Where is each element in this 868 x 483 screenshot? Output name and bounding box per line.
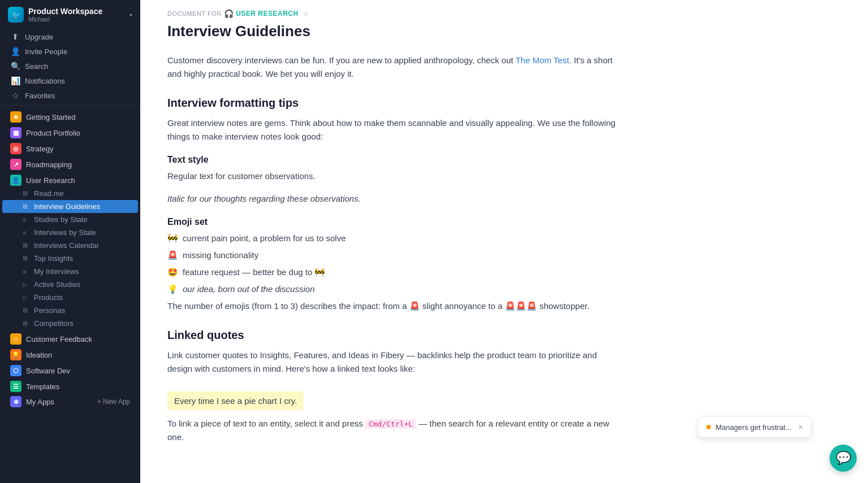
user-research-subitems: ⊞ Read.me ⊞ Interview Guidelines ≡ Studi… — [0, 187, 140, 330]
sidebar-subitem-products[interactable]: ▷ Products — [2, 291, 138, 304]
sidebar-subitem-studies-by-state[interactable]: ≡ Studies by State — [2, 213, 138, 226]
sidebar-subitem-personas[interactable]: ⊞ Personas — [2, 304, 138, 317]
interview-guidelines-label: Interview Guidelines — [34, 202, 100, 211]
my-interviews-icon: ≡ — [23, 268, 31, 275]
top-insights-label: Top Insights — [34, 254, 73, 263]
workspace-header[interactable]: 🐦 Product Workspace Michael ▾ — [0, 0, 140, 29]
active-studies-icon: ▷ — [23, 281, 31, 288]
sidebar-subitem-readme[interactable]: ⊞ Read.me — [2, 187, 138, 200]
getting-started-icon: ★ — [10, 111, 21, 123]
templates-label: Templates — [26, 382, 130, 391]
sidebar-item-strategy[interactable]: ◎ Strategy — [2, 140, 138, 155]
workspace-name: Product Workspace — [28, 7, 125, 16]
formatting-tips-heading: Interview formatting tips — [167, 97, 622, 110]
user-research-breadcrumb-icon: 🎧 — [224, 9, 234, 18]
our-idea-emoji: 💡 — [167, 282, 178, 296]
favorite-star-icon[interactable]: ☆ — [303, 10, 309, 18]
italic-text-desc: Italic for our thoughts regarding these … — [167, 192, 622, 206]
my-apps-icon: ⊕ — [10, 396, 21, 407]
favorites-label: Favorites — [25, 92, 55, 100]
sidebar-item-favorites[interactable]: ☆ Favorites — [2, 88, 138, 103]
sidebar-subitem-active-studies[interactable]: ▷ Active Studies — [2, 278, 138, 291]
new-app-button[interactable]: + New App — [97, 398, 130, 406]
invite-people-icon: 👤 — [10, 47, 20, 56]
sidebar-divider — [0, 105, 140, 106]
interviews-calendar-label: Interviews Calendar — [34, 241, 99, 250]
top-insights-icon: ⊞ — [23, 255, 31, 262]
doc-body: Customer discovery interviews can be fun… — [140, 54, 649, 480]
customer-feedback-icon: ☺ — [10, 333, 21, 345]
readme-icon: ⊞ — [23, 190, 31, 197]
missing-functionality-emoji: 🚨 — [167, 249, 178, 262]
customer-feedback-label: Customer Feedback — [26, 335, 130, 343]
roadmapping-icon: ↗ — [10, 159, 21, 170]
my-apps-label: My Apps — [26, 398, 93, 406]
ideation-icon: 💡 — [10, 349, 21, 360]
linked-quotes-heading: Linked quotes — [167, 329, 622, 342]
personas-label: Personas — [34, 306, 65, 315]
sidebar-subitem-interviews-by-state[interactable]: ≡ Interviews by State — [2, 226, 138, 239]
emoji-item-pain-point: 🚧 current pain point, a problem for us t… — [167, 232, 622, 245]
pain-point-emoji: 🚧 — [167, 232, 178, 245]
my-interviews-label: My Interviews — [34, 267, 79, 276]
sidebar-item-customer-feedback[interactable]: ☺ Customer Feedback — [2, 330, 138, 346]
sidebar-item-invite-people[interactable]: 👤 Invite People — [2, 44, 138, 59]
our-idea-text: our idea, born out of the discussion — [183, 282, 314, 296]
sidebar-item-getting-started[interactable]: ★ Getting Started — [2, 108, 138, 124]
sidebar-item-search[interactable]: 🔍 Search — [2, 59, 138, 73]
favorites-icon: ☆ — [10, 91, 20, 100]
toast-text: Managers get frustrat... — [715, 423, 791, 432]
search-icon: 🔍 — [10, 62, 20, 71]
interviews-calendar-icon: ⊞ — [23, 242, 31, 249]
sidebar-item-upgrade[interactable]: ⬆ Upgrade — [2, 29, 138, 44]
chat-button[interactable]: 💬 — [830, 445, 857, 472]
text-style-heading: Text style — [167, 155, 622, 165]
sidebar-subitem-competitors[interactable]: ⊞ Competitors — [2, 317, 138, 330]
roadmapping-label: Roadmapping — [26, 160, 130, 169]
sidebar-item-ideation[interactable]: 💡 Ideation — [2, 346, 138, 362]
toast-close-button[interactable]: × — [798, 423, 803, 432]
software-dev-icon: ⬡ — [10, 365, 21, 376]
search-label: Search — [25, 62, 48, 71]
workspace-user: Michael — [28, 16, 125, 23]
highlighted-quote: Every time I see a pie chart I cry. — [167, 391, 304, 410]
breadcrumb-app-name: USER RESEARCH — [236, 10, 299, 18]
competitors-icon: ⊞ — [23, 320, 31, 327]
sidebar-item-product-portfolio[interactable]: ▦ Product Portfolio — [2, 124, 138, 140]
sidebar-subitem-top-insights[interactable]: ⊞ Top Insights — [2, 252, 138, 265]
sidebar-item-software-dev[interactable]: ⬡ Software Dev — [2, 362, 138, 377]
mom-test-link[interactable]: The Mom Test — [516, 55, 569, 65]
upgrade-label: Upgrade — [25, 33, 53, 41]
emoji-item-missing-functionality: 🚨 missing functionality — [167, 249, 622, 262]
doc-title: Interview Guidelines — [167, 23, 841, 40]
sidebar-subitem-interview-guidelines[interactable]: ⊞ Interview Guidelines — [2, 200, 138, 213]
getting-started-label: Getting Started — [26, 113, 130, 121]
product-portfolio-label: Product Portfolio — [26, 129, 130, 137]
upgrade-icon: ⬆ — [10, 32, 20, 41]
pain-point-text: current pain point, a problem for us to … — [183, 232, 346, 245]
linked-instructions-text: To link a piece of text to an entity, se… — [167, 419, 365, 428]
sidebar-subitem-my-interviews[interactable]: ≡ My Interviews — [2, 265, 138, 278]
sidebar: 🐦 Product Workspace Michael ▾ ⬆ Upgrade … — [0, 0, 140, 483]
studies-by-state-label: Studies by State — [34, 215, 88, 224]
emoji-set-heading: Emoji set — [167, 217, 622, 227]
emoji-item-our-idea: 💡 our idea, born out of the discussion — [167, 282, 622, 296]
toast-dot — [706, 425, 711, 429]
regular-text-desc: Regular text for customer observations. — [167, 169, 622, 183]
readme-label: Read.me — [34, 189, 64, 198]
breadcrumb-for-label: DOCUMENT FOR — [167, 10, 222, 17]
invite-people-label: Invite People — [25, 47, 67, 56]
my-apps-row[interactable]: ⊕ My Apps + New App — [2, 393, 138, 410]
formatting-desc: Great interview notes are gems. Think ab… — [167, 116, 622, 143]
keyboard-shortcut: Cmd/Ctrl+L — [365, 419, 416, 429]
sidebar-item-notifications[interactable]: 📊 Notifications — [2, 73, 138, 88]
templates-icon: ☰ — [10, 381, 21, 392]
sidebar-subitem-interviews-calendar[interactable]: ⊞ Interviews Calendar — [2, 239, 138, 252]
sidebar-item-roadmapping[interactable]: ↗ Roadmapping — [2, 155, 138, 171]
strategy-label: Strategy — [26, 145, 130, 153]
linked-desc: Link customer quotes to Insights, Featur… — [167, 349, 622, 376]
active-studies-label: Active Studies — [34, 280, 80, 289]
sidebar-item-user-research[interactable]: 👤 User Research — [2, 171, 138, 187]
feature-request-emoji: 🤩 — [167, 266, 178, 279]
sidebar-item-templates[interactable]: ☰ Templates — [2, 377, 138, 393]
